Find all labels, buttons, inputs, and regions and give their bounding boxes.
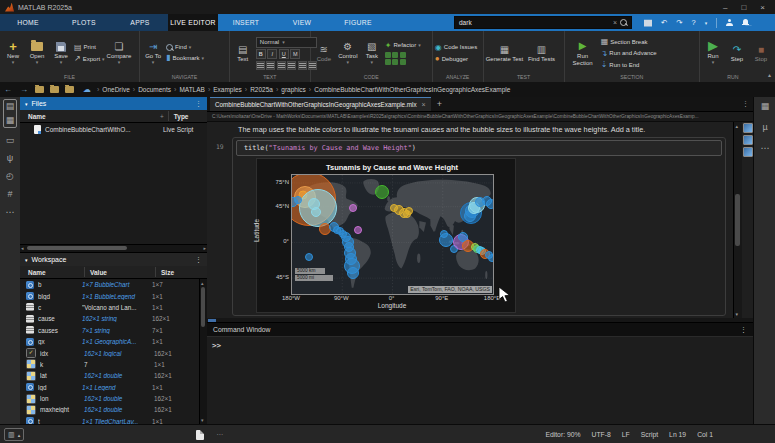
run-button[interactable]: ▶Run▾ (702, 40, 724, 66)
column-name[interactable]: Name (20, 113, 160, 120)
output-thumbnail-icon[interactable] (743, 147, 753, 157)
tab-view[interactable]: VIEW (274, 14, 330, 31)
data-bubble[interactable] (349, 204, 357, 212)
workspace-panel-header[interactable]: ▾ Workspace ⋮ (20, 252, 207, 266)
table-row[interactable]: causes7×1 string7×1 (20, 325, 207, 336)
data-bubble[interactable] (405, 207, 413, 215)
run-and-advance-button[interactable]: ↴Run and Advance (601, 49, 657, 58)
italic-button[interactable]: I (267, 49, 277, 59)
tab-plots[interactable]: PLOTS (56, 14, 112, 31)
table-row[interactable]: c"Volcano and Lan...1×1 (20, 302, 207, 313)
close-tab-icon[interactable]: × (422, 101, 426, 108)
breadcrumb-item[interactable]: MATLAB (179, 86, 205, 93)
run-section-button[interactable]: ▶Run Section (567, 40, 599, 67)
notifications-icon[interactable] (742, 19, 749, 26)
column-name[interactable]: Name (20, 269, 84, 276)
text-style-select[interactable]: Normal▾ (256, 37, 318, 48)
table-row[interactable]: gx1×1 GeographicA...1×1 (20, 336, 207, 347)
table-row[interactable]: b1×7 BubbleChart1×7 (20, 279, 207, 290)
figure-output[interactable]: Tsunamis by Cause and Wave Height Latitu… (256, 158, 516, 313)
status-editor-zoom[interactable]: Editor: 90% (545, 431, 580, 438)
editor-vertical-scrollbar[interactable]: ▴ ▾ (733, 122, 742, 318)
table-row[interactable]: lat162×1 double162×1 (20, 370, 207, 381)
community-icon[interactable]: # (7, 189, 12, 200)
tab-insert[interactable]: INSERT (218, 14, 274, 31)
scrollbar-thumb[interactable] (208, 319, 216, 322)
export-button[interactable]: ↗Export▾ (74, 54, 105, 63)
find-button[interactable]: Find▾ (166, 44, 204, 51)
collapse-ribbon-icon[interactable]: ▴ (766, 31, 775, 82)
data-bubble[interactable] (347, 267, 359, 279)
table-row[interactable]: blgd1×1 BubbleLegend1×1 (20, 290, 207, 301)
code-line[interactable]: title("Tsunamis by Cause and Wave Height… (236, 140, 722, 156)
underline-button[interactable]: U (279, 49, 289, 59)
print-button[interactable]: ▤Print (74, 43, 105, 52)
status-encoding[interactable]: UTF-8 (592, 431, 611, 438)
column-add-icon[interactable]: + (160, 113, 164, 120)
history-icon[interactable]: ◴ (6, 171, 14, 182)
table-row[interactable]: t1×1 TiledChartLay...1×1 (20, 416, 207, 424)
geographic-axes[interactable]: 5000 km 5000 mi Esri, TomTom, FAO, NOAA,… (291, 174, 494, 295)
minimize-button[interactable]: – (723, 3, 727, 12)
forward-icon[interactable]: → (16, 85, 32, 94)
table-row[interactable]: k71×1 (20, 359, 207, 370)
account-icon[interactable] (726, 19, 733, 26)
help-icon[interactable]: ? (692, 18, 696, 27)
workspace-vertical-scrollbar[interactable]: ▴ ▾ (199, 279, 207, 424)
scroll-down-icon[interactable]: ▾ (201, 417, 204, 423)
monospace-button[interactable]: M (290, 49, 300, 59)
more-icon[interactable]: ⋯ (761, 143, 770, 154)
scroll-up-icon[interactable]: ▴ (201, 280, 204, 286)
bullet-list-icon[interactable] (256, 61, 265, 70)
breadcrumb-item[interactable]: Documents (138, 86, 171, 93)
scrollbar-thumb[interactable] (27, 246, 127, 250)
table-row[interactable]: lon162×1 double162×1 (20, 393, 207, 404)
up-folder-icon[interactable] (65, 86, 74, 93)
editor-horizontal-scrollbar[interactable] (207, 318, 753, 322)
scroll-left-icon[interactable]: ◂ (21, 245, 24, 252)
panel-icon[interactable]: ▭ (6, 135, 15, 146)
refactor-tools[interactable] (385, 52, 421, 66)
collapse-files-icon[interactable]: ▾ (25, 101, 28, 107)
section-break-button[interactable]: ▦Section Break (601, 37, 657, 46)
collapse-workspace-icon[interactable]: ▾ (25, 257, 28, 263)
run-to-end-button[interactable]: ⇣Run to End (601, 60, 657, 69)
data-bubble[interactable] (305, 253, 313, 261)
files-panel-header[interactable]: ▾ Files ⋮ (20, 97, 207, 110)
outline-icon[interactable]: ▦ (761, 101, 770, 112)
data-bubble[interactable] (488, 254, 494, 262)
scrollbar-thumb[interactable] (201, 287, 205, 327)
undo-icon[interactable]: ↶ (661, 18, 667, 27)
column-value[interactable]: Value (85, 269, 155, 276)
scroll-right-icon[interactable]: ▸ (203, 245, 206, 252)
breadcrumb-item[interactable]: OneDrive (102, 86, 129, 93)
breadcrumb-item[interactable]: R2025a (250, 86, 273, 93)
more-icon[interactable]: ⋯ (6, 207, 15, 218)
output-thumbnail-icon[interactable] (743, 135, 753, 145)
breadcrumb-item[interactable]: CombineBubbleChartWithOtherGraphicsInGeo… (314, 86, 510, 93)
command-window-menu-icon[interactable]: ⋮ (740, 326, 747, 334)
script-paragraph[interactable]: The map uses the bubble colors to illust… (238, 125, 708, 134)
compare-button[interactable]: ❏Compare▾ (107, 40, 132, 66)
files-menu-icon[interactable]: ⋮ (195, 100, 202, 108)
clear-search-icon[interactable]: × (610, 19, 620, 26)
editor-menu-icon[interactable]: ⋮ (742, 100, 753, 108)
new-folder-icon[interactable] (35, 86, 44, 93)
data-bubble[interactable] (440, 230, 448, 238)
new-button[interactable]: +New▾ (2, 40, 24, 66)
breadcrumb-item[interactable]: Examples (213, 86, 242, 93)
column-size[interactable]: Size (156, 269, 174, 276)
column-type[interactable]: Type (169, 113, 189, 120)
numbered-list-icon[interactable] (266, 61, 275, 70)
help-caret-icon[interactable]: ▾ (705, 20, 708, 26)
bold-button[interactable]: B (256, 49, 266, 59)
save-quick-icon[interactable] (644, 19, 652, 27)
scroll-down-icon[interactable]: ▾ (736, 311, 739, 317)
more-status-icon[interactable]: ⋯ (216, 431, 224, 439)
status-file-type[interactable]: Script (641, 431, 658, 438)
search-icon[interactable] (620, 19, 627, 26)
goto-button[interactable]: ⇥Go To▾ (142, 40, 164, 66)
editor-tab[interactable]: CombineBubbleChartWithOtherGraphicsInGeo… (210, 97, 431, 111)
table-row[interactable]: cause162×1 string162×1 (20, 313, 207, 324)
table-row[interactable]: CombineBubbleChartWithO...Live Script (20, 123, 207, 135)
